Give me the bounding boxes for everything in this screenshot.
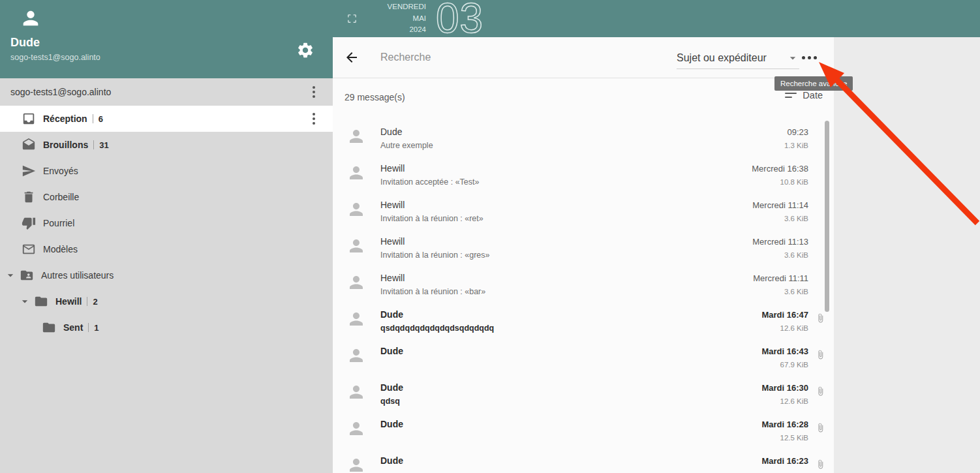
- date-day-number: 03: [436, 0, 483, 42]
- settings-button[interactable]: [296, 41, 314, 59]
- fullscreen-icon: [346, 13, 358, 24]
- message-subject: Invitation à la réunion : «ret»: [380, 214, 483, 224]
- folder-list: Réception6Brouillons31EnvoyésCorbeillePo…: [0, 106, 333, 341]
- sidebar-folder-pourriel[interactable]: Pourriel: [0, 210, 333, 236]
- message-summary: Dude Mardi 16:47 qsdqdqdqdqdqdqdsqdqdqdq…: [380, 309, 808, 333]
- message-row[interactable]: Hewill Mercredi 11:11 Invitation à la ré…: [333, 263, 834, 299]
- message-size: 1.3 KiB: [784, 141, 808, 151]
- user-name: Dude: [10, 36, 40, 50]
- sidebar-folder-corbeille[interactable]: Corbeille: [0, 184, 333, 210]
- chevron-down-icon: [786, 52, 799, 65]
- message-date: Mercredi 16:38: [752, 164, 808, 174]
- message-subject: Invitation acceptée : «Test»: [380, 177, 479, 187]
- sidebar-folder-hewill[interactable]: Hewill2: [0, 288, 333, 314]
- person-icon: [346, 163, 366, 183]
- person-icon: [346, 309, 366, 329]
- list-toolbar: 29 message(s) Date: [333, 78, 834, 117]
- sidebar-folder-reception[interactable]: Réception6: [0, 106, 333, 132]
- paperclip-icon: [816, 423, 825, 433]
- sidebar-folder-brouillons[interactable]: Brouillons31: [0, 132, 333, 158]
- message-summary: Hewill Mercredi 11:14 Invitation à la ré…: [380, 200, 808, 224]
- date-weekday: VENDREDI: [372, 1, 426, 13]
- message-sender: Hewill: [380, 163, 405, 174]
- sort-lines-icon: [785, 93, 797, 98]
- message-summary: Dude Mardi 16:23: [380, 455, 808, 470]
- person-icon: [346, 382, 366, 402]
- message-row[interactable]: Dude Mardi 16:43 67.9 KiB: [333, 336, 834, 373]
- message-list: Dude 09:23 Autre exemple 1.3 KiB Hewill …: [333, 117, 834, 473]
- message-date: Mardi 16:43: [761, 346, 808, 357]
- message-row[interactable]: Hewill Mercredi 11:14 Invitation à la ré…: [333, 190, 834, 226]
- back-button[interactable]: [344, 50, 360, 65]
- folder-label: Pourriel: [43, 218, 74, 228]
- sidebar-user-header: Dude sogo-tests1@sogo.alinto: [0, 0, 333, 78]
- sidebar-folder-modeles[interactable]: Modèles: [0, 236, 333, 262]
- message-row[interactable]: Dude Mardi 16:47 qsdqdqdqdqdqdqdsqdqdqdq…: [333, 299, 834, 336]
- sidebar-account-row[interactable]: sogo-tests1@sogo.alinto: [0, 78, 333, 106]
- search-scope-select[interactable]: Sujet ou expéditeur: [677, 52, 799, 69]
- message-subject: Invitation à la réunion : «bar»: [380, 287, 485, 297]
- message-date: Mardi 16:28: [761, 420, 808, 430]
- message-date: Mardi 16:23: [761, 456, 808, 466]
- chevron-down-icon: [18, 295, 31, 308]
- person-icon: [346, 236, 366, 256]
- message-size: 12.6 KiB: [780, 324, 808, 333]
- unread-count: 31: [99, 140, 108, 150]
- message-date: Mardi 16:30: [761, 383, 808, 393]
- advanced-search-button[interactable]: [800, 37, 819, 78]
- sidebar-folder-envoyes[interactable]: Envoyés: [0, 158, 333, 184]
- list-scrollbar-thumb[interactable]: [825, 121, 829, 312]
- fullscreen-button[interactable]: [346, 13, 358, 24]
- paperclip-icon: [816, 386, 825, 396]
- message-date: Mercredi 11:11: [753, 273, 808, 284]
- folder-label: Envoyés: [43, 166, 78, 176]
- folder-menu-button[interactable]: [311, 112, 316, 126]
- message-size: 12.5 KiB: [780, 433, 808, 443]
- message-size: 12.6 KiB: [780, 397, 808, 406]
- message-summary: Dude 09:23 Autre exemple 1.3 KiB: [380, 127, 808, 151]
- unread-count: 2: [93, 297, 97, 307]
- count-separator: [93, 140, 94, 149]
- message-row[interactable]: Dude Mardi 16:23: [333, 446, 834, 473]
- message-sender: Dude: [380, 419, 403, 429]
- sidebar-folder-sent[interactable]: Sent1: [0, 314, 333, 341]
- message-summary: Hewill Mercredi 11:13 Invitation à la ré…: [380, 236, 808, 260]
- message-row[interactable]: Dude Mardi 16:30 qdsq 12.6 KiB: [333, 373, 834, 409]
- message-row[interactable]: Dude Mardi 16:28 12.5 KiB: [333, 409, 834, 446]
- message-date: 09:23: [787, 127, 808, 138]
- date-year: 2024: [372, 24, 426, 36]
- search-input[interactable]: [380, 48, 628, 67]
- message-row[interactable]: Dude 09:23 Autre exemple 1.3 KiB: [333, 117, 834, 153]
- folder-label: Brouillons: [43, 140, 88, 150]
- sidebar-folder-autres-utilisateurs[interactable]: Autres utilisateurs: [0, 262, 333, 288]
- message-size: 67.9 KiB: [780, 360, 808, 370]
- message-summary: Dude Mardi 16:28 12.5 KiB: [380, 419, 808, 443]
- person-icon: [346, 346, 366, 365]
- message-subject: qsdqdqdqdqdqdqdsqdqdqdq: [380, 324, 494, 333]
- folder-shared-icon: [20, 268, 34, 282]
- folder-label: Hewill: [55, 296, 82, 307]
- count-separator: [87, 297, 87, 306]
- chevron-down-icon: [4, 269, 17, 282]
- message-subject: Autre exemple: [380, 141, 433, 151]
- message-row[interactable]: Hewill Mercredi 16:38 Invitation accepté…: [333, 153, 834, 190]
- paperclip-icon: [816, 459, 825, 469]
- paperclip-icon: [816, 350, 825, 359]
- mail-sidebar: Dude sogo-tests1@sogo.alinto sogo-tests1…: [0, 0, 333, 473]
- message-sender: Dude: [380, 127, 402, 137]
- drafts-icon: [22, 138, 36, 152]
- calendar-date-bar: VENDREDI MAI 2024 03: [333, 0, 980, 37]
- account-menu-button[interactable]: [311, 85, 316, 99]
- paperclip-icon: [816, 313, 825, 323]
- date-block: VENDREDI MAI 2024: [372, 1, 426, 36]
- sort-control[interactable]: Date: [785, 90, 823, 100]
- message-subject: Invitation à la réunion : «gres»: [380, 251, 489, 260]
- message-row[interactable]: Hewill Mercredi 11:13 Invitation à la ré…: [333, 226, 834, 263]
- person-icon: [346, 127, 366, 146]
- message-summary: Hewill Mercredi 11:11 Invitation à la ré…: [380, 273, 808, 297]
- person-icon: [346, 419, 366, 438]
- message-size: 3.6 KiB: [784, 214, 808, 224]
- message-summary: Dude Mardi 16:30 qdsq 12.6 KiB: [380, 382, 808, 406]
- inbox-icon: [22, 112, 36, 126]
- folder-label: Modèles: [43, 244, 78, 254]
